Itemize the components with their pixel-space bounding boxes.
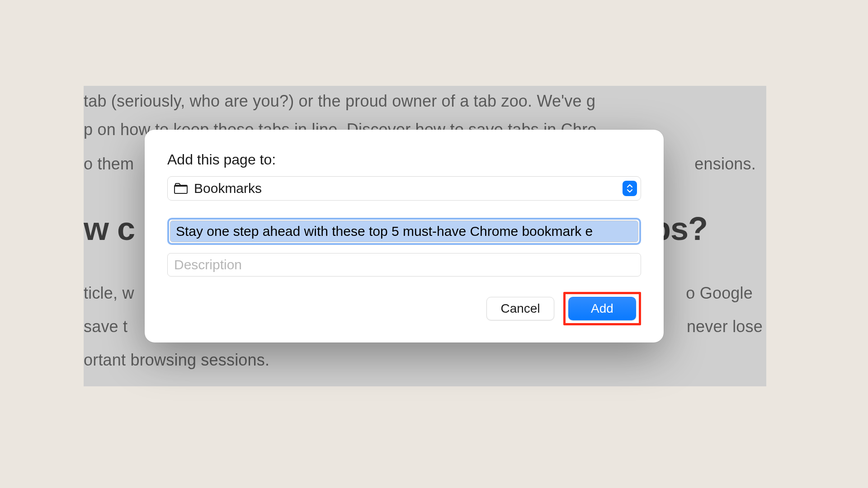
bg-text-line: o them xyxy=(84,151,134,177)
bg-text-line: ticle, w xyxy=(84,280,134,306)
dialog-title: Add this page to: xyxy=(167,151,641,168)
add-button-highlight: Add xyxy=(563,292,641,325)
bookmark-description-input[interactable] xyxy=(167,253,641,277)
bookmark-title-input[interactable] xyxy=(170,221,638,242)
folder-select[interactable]: Bookmarks xyxy=(167,176,641,201)
bg-text-line: o Google xyxy=(686,280,753,306)
bg-heading-fragment: w c xyxy=(84,210,135,247)
bg-text-line: ortant browsing sessions. xyxy=(84,347,269,373)
bookmark-title-field-wrap xyxy=(167,218,641,245)
add-bookmark-dialog: Add this page to: Bookmarks Cancel Add xyxy=(145,130,664,343)
folder-icon xyxy=(174,183,188,194)
add-button[interactable]: Add xyxy=(568,297,636,320)
bg-text-line: ensions. xyxy=(694,151,756,177)
folder-select-label: Bookmarks xyxy=(194,181,623,196)
bg-text-line: save t xyxy=(84,314,127,340)
bg-text-line: never lose xyxy=(687,314,763,340)
chevron-up-down-icon[interactable] xyxy=(623,181,637,196)
bg-text-line: tab (seriously, who are you?) or the pro… xyxy=(84,88,595,114)
cancel-button[interactable]: Cancel xyxy=(486,297,554,320)
dialog-button-row: Cancel Add xyxy=(167,292,641,325)
